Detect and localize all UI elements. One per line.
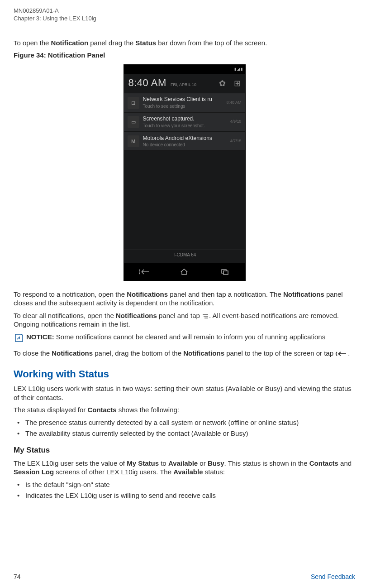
svg-rect-1 bbox=[223, 271, 228, 275]
notice-label: NOTICE: bbox=[26, 333, 54, 341]
notif-title: Screenshot captured. bbox=[143, 116, 228, 123]
notif-date: 4/9/15 bbox=[230, 119, 241, 125]
intro-paragraph: To open the Notification panel drag the … bbox=[14, 39, 355, 48]
list-item: The presence status currently detected b… bbox=[14, 418, 355, 427]
my-status-heading: My Status bbox=[14, 445, 355, 455]
notice-callout: NOTICE: Some notifications cannot be cle… bbox=[14, 333, 355, 346]
notification-panel-figure: ▮ ◢ ▮ 8:40 AM FRI, APRIL 10 ✿ ⊞ ⊡ Networ… bbox=[124, 64, 246, 281]
notif-subtitle: Touch to view your screenshot. bbox=[143, 123, 228, 129]
phone-status-bar: ▮ ◢ ▮ bbox=[124, 65, 245, 74]
close-paragraph: To close the Notifications panel, drag t… bbox=[14, 349, 355, 358]
working-with-status-heading: Working with Status bbox=[14, 368, 355, 381]
app-icon: ▭ bbox=[128, 116, 139, 128]
status-bullet-list: The presence status currently detected b… bbox=[14, 418, 355, 438]
time-row: 8:40 AM FRI, APRIL 10 ✿ ⊞ bbox=[124, 74, 245, 93]
notice-body: Some notifications cannot be cleared and… bbox=[54, 333, 326, 341]
notif-date: 4/7/15 bbox=[230, 139, 241, 144]
status-icons: ▮ ◢ ▮ bbox=[234, 67, 242, 72]
carrier-label: T-CDMA 64 bbox=[124, 250, 245, 258]
home-button bbox=[173, 267, 195, 276]
doc-header: MN002859A01-A Chapter 3: Using the LEX L… bbox=[14, 7, 355, 23]
doc-id: MN002859A01-A bbox=[14, 7, 355, 15]
notif-title: Network Services Client is ru bbox=[143, 96, 224, 103]
respond-paragraph: To respond to a notification, open the N… bbox=[14, 290, 355, 308]
page-number: 74 bbox=[14, 573, 21, 581]
mystatus-p1: The LEX L10ig user sets the value of My … bbox=[14, 459, 355, 477]
clear-all-icon bbox=[202, 312, 209, 320]
page-footer: 74 Send Feedback bbox=[14, 573, 355, 581]
recent-button bbox=[214, 267, 236, 276]
notice-icon bbox=[14, 333, 26, 346]
notif-date: 8:40 AM bbox=[226, 100, 241, 106]
clear-paragraph: To clear all notifications, open the Not… bbox=[14, 311, 355, 329]
notification-item: ⊡ Network Services Client is ru Touch to… bbox=[124, 93, 245, 112]
clock-date: FRI, APRIL 10 bbox=[171, 82, 196, 87]
send-feedback-link[interactable]: Send Feedback bbox=[311, 573, 355, 581]
figure-caption: Figure 34: Notification Panel bbox=[14, 51, 355, 60]
list-item: Indicates the LEX L10ig user is willing … bbox=[14, 491, 355, 500]
notification-item: ▭ Screenshot captured. Touch to view you… bbox=[124, 112, 245, 132]
clock-time: 8:40 AM bbox=[128, 77, 166, 88]
notif-subtitle: Touch to see settings bbox=[143, 103, 224, 109]
app-icon: M bbox=[128, 135, 139, 147]
navigation-bar bbox=[124, 263, 245, 280]
list-item: Is the default "sign-on" state bbox=[14, 480, 355, 489]
mystatus-bullet-list: Is the default "sign-on" state Indicates… bbox=[14, 480, 355, 500]
status-p2: The status displayed for Contacts shows … bbox=[14, 405, 355, 414]
back-button bbox=[133, 267, 155, 276]
notif-title: Motorola Android eXtensions bbox=[143, 135, 228, 142]
app-icon: ⊡ bbox=[128, 97, 139, 109]
gear-icon: ✿ bbox=[219, 79, 226, 88]
chapter-label: Chapter 3: Using the LEX L10ig bbox=[14, 15, 355, 23]
back-arrow-icon bbox=[335, 350, 348, 358]
grid-icon: ⊞ bbox=[234, 79, 241, 88]
list-item: The availability status currently select… bbox=[14, 429, 355, 438]
status-p1: LEX L10ig users work with status in two … bbox=[14, 384, 355, 402]
notif-subtitle: No device connected bbox=[143, 142, 228, 148]
notification-item: M Motorola Android eXtensions No device … bbox=[124, 132, 245, 151]
